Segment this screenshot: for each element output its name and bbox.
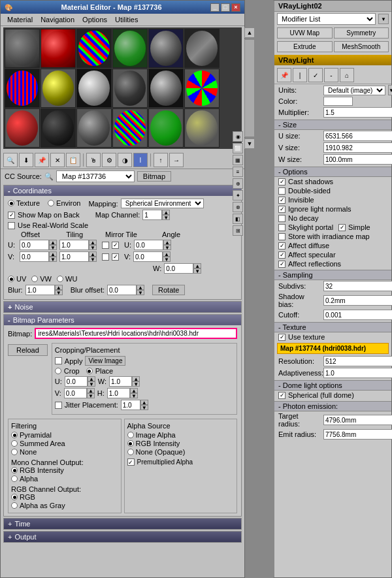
- u-size-input[interactable]: [323, 131, 392, 141]
- mat-cell-4[interactable]: [112, 29, 148, 68]
- affect-reflections-checkbox[interactable]: [278, 261, 286, 268]
- blur-offset-input[interactable]: [107, 285, 137, 295]
- extrude-button[interactable]: Extrude: [277, 41, 333, 52]
- rotate-button[interactable]: Rotate: [152, 285, 185, 295]
- mat-cell-13[interactable]: [5, 108, 40, 148]
- crop-v-input[interactable]: [64, 388, 87, 398]
- apply-checkbox[interactable]: [55, 357, 62, 364]
- rgb-radio[interactable]: [11, 494, 18, 500]
- spherical-dome-checkbox[interactable]: [278, 392, 286, 399]
- crop-u-down[interactable]: ▼: [88, 381, 95, 387]
- tb-copy[interactable]: 📋: [66, 153, 80, 167]
- mat-cell-1[interactable]: [5, 29, 40, 68]
- tb-options[interactable]: ⚙: [102, 153, 116, 167]
- mat-cell-10[interactable]: [112, 69, 148, 108]
- u-angle-down[interactable]: ▼: [163, 245, 171, 250]
- side-btn-9[interactable]: ⊞: [233, 225, 243, 236]
- tb-show[interactable]: ◑: [118, 153, 132, 167]
- side-btn-3[interactable]: ▦: [233, 155, 243, 165]
- texture-radio[interactable]: [8, 200, 14, 206]
- jitter-down[interactable]: ▼: [140, 405, 148, 410]
- tb-assign[interactable]: 📌: [35, 153, 49, 167]
- v-angle-input[interactable]: [133, 251, 163, 262]
- modifier-dropdown-arrow[interactable]: ▼: [378, 14, 389, 24]
- mat-cell-17[interactable]: [148, 108, 184, 148]
- emit-radius-input[interactable]: [323, 429, 392, 440]
- menu-material[interactable]: Material: [3, 15, 37, 24]
- mat-cell-11[interactable]: [148, 69, 184, 108]
- bitmap-type-button[interactable]: Bitmap: [137, 171, 171, 182]
- tb-nav-fwd[interactable]: →: [169, 153, 184, 167]
- minimize-button[interactable]: _: [210, 3, 220, 12]
- place-radio[interactable]: [86, 368, 93, 374]
- skylight-portal-checkbox[interactable]: [278, 224, 286, 231]
- mat-cell-15[interactable]: [76, 108, 112, 148]
- grid-prev-button[interactable]: ▲: [244, 27, 255, 38]
- cc-source-dropdown[interactable]: Map #137736: [56, 170, 135, 182]
- mat-cell-18[interactable]: [184, 108, 220, 148]
- u-angle-input[interactable]: [134, 240, 163, 250]
- rt-home-button[interactable]: ⌂: [340, 68, 354, 82]
- jitter-checkbox[interactable]: [55, 402, 62, 409]
- side-btn-1[interactable]: ◉: [233, 131, 243, 142]
- crop-h-input[interactable]: [107, 388, 130, 398]
- v-offset-down[interactable]: ▼: [49, 257, 57, 262]
- u-mirror-checkbox[interactable]: [102, 242, 109, 249]
- bitmap-params-header[interactable]: - Bitmap Parameters: [4, 315, 241, 325]
- mapping-dropdown[interactable]: Spherical Environment: [121, 199, 204, 208]
- v-tiling-input[interactable]: [59, 251, 89, 262]
- w-angle-input[interactable]: [164, 263, 193, 274]
- u-tile-checkbox[interactable]: [112, 242, 119, 249]
- crop-v-down[interactable]: ▼: [87, 393, 95, 398]
- side-btn-2[interactable]: ⬜: [233, 143, 243, 153]
- double-sided-checkbox[interactable]: [278, 187, 286, 195]
- mat-cell-9[interactable]: [76, 69, 112, 108]
- time-header[interactable]: + Time: [4, 519, 241, 529]
- side-btn-5[interactable]: ⊕: [233, 178, 243, 189]
- multiplier-input[interactable]: [323, 107, 392, 118]
- u-tiling-down[interactable]: ▼: [89, 245, 97, 250]
- v-mirror-checkbox[interactable]: [102, 253, 109, 261]
- blur-down[interactable]: ▼: [55, 290, 63, 295]
- tb-put-material[interactable]: ⬇: [19, 153, 33, 167]
- modifier-list-dropdown[interactable]: Modifier List: [277, 13, 376, 25]
- show-map-checkbox[interactable]: [8, 212, 15, 219]
- crop-h-down[interactable]: ▼: [130, 393, 138, 398]
- mat-cell-2[interactable]: [41, 29, 76, 68]
- v-angle-down[interactable]: ▼: [163, 257, 171, 262]
- ignore-light-normals-checkbox[interactable]: [278, 206, 286, 213]
- subdivs-input[interactable]: [323, 281, 392, 291]
- mat-cell-5[interactable]: [148, 29, 184, 68]
- summed-area-radio[interactable]: [11, 440, 18, 447]
- v-tiling-down[interactable]: ▼: [89, 257, 97, 262]
- alpha-rgb-intensity-radio[interactable]: [127, 440, 134, 447]
- rt-minus-button[interactable]: -: [324, 68, 338, 82]
- v-offset-input[interactable]: [20, 251, 49, 262]
- u-tiling-input[interactable]: [59, 240, 89, 250]
- affect-specular-checkbox[interactable]: [278, 251, 286, 259]
- menu-options[interactable]: Options: [78, 15, 111, 24]
- units-dropdown-arrow[interactable]: ▼: [388, 85, 392, 95]
- tb-pick[interactable]: 🖱: [86, 153, 101, 167]
- color-swatch[interactable]: [323, 97, 353, 106]
- image-alpha-radio[interactable]: [127, 432, 134, 438]
- crop-u-input[interactable]: [65, 376, 88, 387]
- rt-check-button[interactable]: ✓: [308, 68, 323, 82]
- menu-navigation[interactable]: Navigation: [37, 15, 78, 24]
- grid-next-button[interactable]: ▼: [244, 138, 255, 149]
- jitter-input[interactable]: [121, 400, 140, 410]
- mat-cell-12[interactable]: [184, 69, 220, 108]
- rt-pin-button[interactable]: 📌: [277, 68, 291, 82]
- crop-w-down[interactable]: ▼: [132, 381, 140, 387]
- premultiplied-checkbox[interactable]: [127, 458, 135, 466]
- no-decay-checkbox[interactable]: [278, 215, 286, 222]
- invisible-checkbox[interactable]: [278, 197, 286, 204]
- mat-cell-14[interactable]: [41, 108, 76, 148]
- tb-get-material[interactable]: 🔍: [3, 153, 18, 167]
- noise-header[interactable]: + Noise: [4, 302, 241, 312]
- crop-radio[interactable]: [55, 368, 61, 374]
- menu-utilities[interactable]: Utilities: [111, 15, 142, 24]
- reload-button[interactable]: Reload: [8, 344, 48, 356]
- adaptiveness-input[interactable]: [323, 368, 392, 378]
- side-btn-7[interactable]: ⊗: [233, 202, 243, 212]
